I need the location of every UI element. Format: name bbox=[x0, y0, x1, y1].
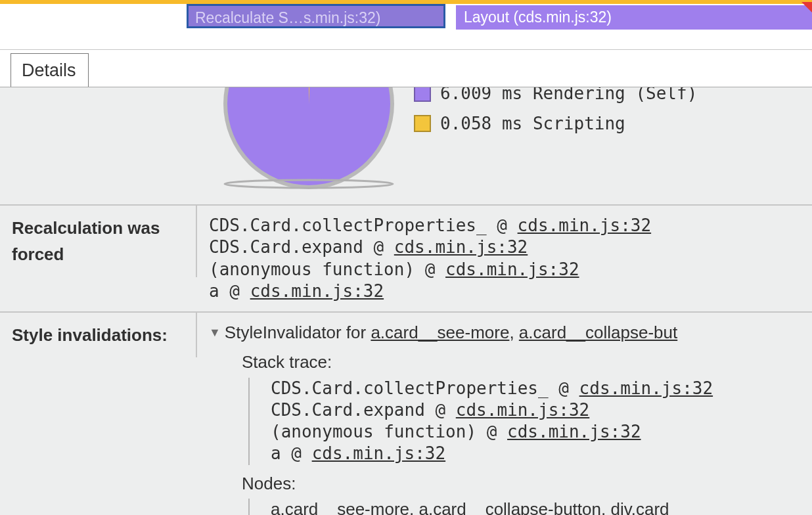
stacktrace-lines: CDS.Card.collectProperties_ @ cds.min.js… bbox=[248, 378, 807, 465]
swatch-yellow-icon bbox=[414, 115, 431, 132]
stack-fn: (anonymous function) bbox=[209, 259, 415, 279]
stack-at: @ bbox=[281, 443, 312, 463]
flame-bar-layout[interactable]: Layout (cds.min.js:32) bbox=[456, 5, 812, 30]
legend-rendering: 6.009 ms Rendering (Self) bbox=[414, 87, 697, 103]
stack-at: @ bbox=[415, 259, 445, 279]
stack-line: a @ cds.min.js:32 bbox=[271, 443, 807, 464]
stack-fn: (anonymous function) bbox=[271, 422, 476, 441]
stack-at: @ bbox=[549, 378, 579, 398]
style-invalidations-row: Style invalidations: ▼StyleInvalidator f… bbox=[0, 313, 812, 515]
stack-line: CDS.Card.collectProperties_ @ cds.min.js… bbox=[209, 215, 807, 236]
flame-bar-recalculate-style[interactable]: Recalculate S…s.min.js:32) bbox=[187, 4, 445, 28]
nodes-list: a.card__see-more, a.card__collapse-butto… bbox=[248, 499, 807, 515]
stack-line: (anonymous function) @ cds.min.js:32 bbox=[209, 259, 807, 280]
stack-line: CDS.Card.expand @ cds.min.js:32 bbox=[271, 399, 807, 421]
node-link[interactable]: div.card_ bbox=[610, 499, 679, 515]
node-link[interactable]: a.card__collapse-but bbox=[519, 323, 677, 342]
aggregated-time-row: 6.009 ms Rendering (Self) 0.058 ms Scrip… bbox=[0, 87, 812, 206]
source-link[interactable]: cds.min.js:32 bbox=[250, 281, 384, 301]
style-invalidations-label: Style invalidations: bbox=[0, 313, 197, 357]
invalidator-nodes: Nodes: a.card__see-more, a.card__collaps… bbox=[242, 473, 807, 515]
recalculation-forced-stack: CDS.Card.collectProperties_ @ cds.min.js… bbox=[197, 206, 812, 311]
flame-chart-area: Recalculate S…s.min.js:32) Layout (cds.m… bbox=[0, 0, 812, 49]
nodes-line: a.card__see-more, a.card__collapse-butto… bbox=[271, 499, 807, 515]
stack-at: @ bbox=[219, 281, 250, 301]
disclosure-triangle-icon[interactable]: ▼ bbox=[209, 325, 221, 340]
tabs-bar: Details bbox=[0, 49, 812, 87]
node-link[interactable]: a.card__collapse-button bbox=[418, 499, 601, 515]
stack-fn: CDS.Card.expand bbox=[209, 237, 363, 257]
pie-legend: 6.009 ms Rendering (Self) 0.058 ms Scrip… bbox=[414, 87, 697, 144]
recalculation-forced-row: Recalculation was forced CDS.Card.collec… bbox=[0, 206, 812, 313]
source-link[interactable]: cds.min.js:32 bbox=[445, 259, 579, 279]
sep: , bbox=[409, 499, 418, 515]
stack-fn: CDS.Card.expand bbox=[271, 400, 425, 420]
source-link[interactable]: cds.min.js:32 bbox=[312, 443, 446, 463]
stacktrace-title: Stack trace: bbox=[242, 351, 807, 373]
stack-fn: a bbox=[209, 281, 219, 301]
stack-at: @ bbox=[425, 400, 456, 420]
source-link[interactable]: cds.min.js:32 bbox=[518, 215, 652, 235]
source-link[interactable]: cds.min.js:32 bbox=[507, 422, 641, 441]
nodes-title: Nodes: bbox=[242, 473, 807, 495]
stack-line: CDS.Card.expand @ cds.min.js:32 bbox=[209, 236, 807, 258]
stack-at: @ bbox=[363, 237, 394, 257]
style-invalidations-value: ▼StyleInvalidator for a.card__see-more, … bbox=[197, 313, 812, 515]
source-link[interactable]: cds.min.js:32 bbox=[394, 237, 528, 257]
node-link[interactable]: a.card__see-more bbox=[271, 499, 409, 515]
legend-scripting: 0.058 ms Scripting bbox=[414, 114, 697, 133]
stack-at: @ bbox=[476, 422, 507, 441]
pie-chart bbox=[220, 87, 397, 205]
stack-line: (anonymous function) @ cds.min.js:32 bbox=[271, 421, 807, 443]
stack-at: @ bbox=[487, 215, 518, 235]
sep: , bbox=[601, 499, 610, 515]
legend-scripting-label: 0.058 ms Scripting bbox=[440, 114, 625, 133]
stack-line: a @ cds.min.js:32 bbox=[209, 280, 807, 302]
stack-line: CDS.Card.collectProperties_ @ cds.min.js… bbox=[271, 378, 807, 399]
invalidator-prefix: StyleInvalidator for bbox=[225, 323, 371, 342]
stack-fn: CDS.Card.collectProperties_ bbox=[209, 215, 487, 235]
invalidator-stacktrace: Stack trace: CDS.Card.collectProperties_… bbox=[242, 351, 807, 464]
details-panel: 6.009 ms Rendering (Self) 0.058 ms Scrip… bbox=[0, 87, 812, 515]
sep: , bbox=[509, 323, 518, 342]
legend-rendering-label: 6.009 ms Rendering (Self) bbox=[440, 87, 697, 103]
swatch-purple-icon bbox=[414, 87, 431, 102]
invalidator-header: ▼StyleInvalidator for a.card__see-more, … bbox=[209, 322, 807, 344]
tab-details[interactable]: Details bbox=[11, 53, 89, 87]
node-link[interactable]: a.card__see-more bbox=[371, 323, 509, 342]
stack-fn: a bbox=[271, 443, 281, 463]
recalculation-forced-label: Recalculation was forced bbox=[0, 206, 197, 277]
source-link[interactable]: cds.min.js:32 bbox=[456, 400, 590, 420]
stack-fn: CDS.Card.collectProperties_ bbox=[271, 378, 549, 398]
source-link[interactable]: cds.min.js:32 bbox=[579, 378, 713, 398]
flame-warning-icon bbox=[801, 2, 812, 12]
